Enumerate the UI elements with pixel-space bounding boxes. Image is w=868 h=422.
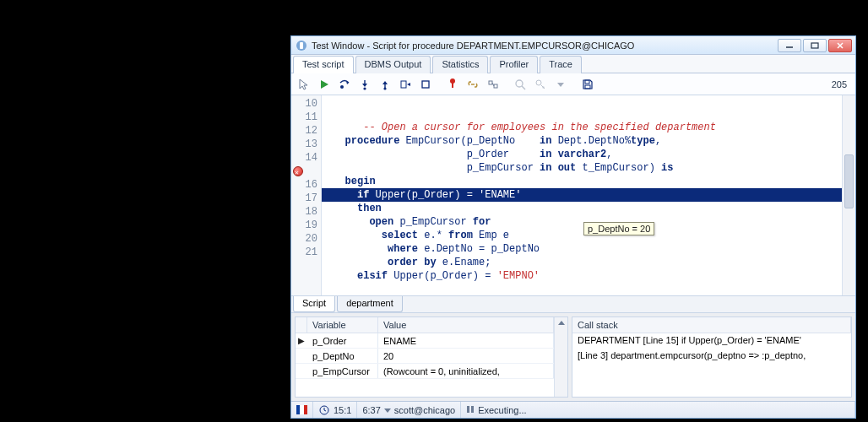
editor-sub-tab-strip: Scriptdepartment — [291, 296, 855, 313]
stop-button[interactable] — [416, 76, 435, 93]
code-line[interactable]: p_Order in varchar2, — [322, 148, 842, 161]
variable-value[interactable]: ENAME — [378, 333, 554, 348]
svg-rect-3 — [811, 43, 818, 48]
toolbar: 205 — [291, 73, 855, 95]
code-line[interactable]: if Upper(p_Order) = 'ENAME' — [322, 188, 842, 202]
sub-tab-department[interactable]: department — [337, 296, 403, 312]
variable-value[interactable]: 20 — [378, 349, 554, 363]
cursor-icon[interactable] — [295, 76, 313, 93]
breakpoint-marker[interactable] — [293, 166, 303, 176]
dropdown-icon[interactable] — [384, 407, 391, 414]
tab-statistics[interactable]: Statistics — [432, 56, 488, 73]
variables-scrollbar[interactable] — [554, 317, 567, 397]
svg-line-21 — [522, 86, 525, 89]
svg-marker-14 — [407, 83, 410, 86]
link-icon[interactable] — [464, 76, 482, 93]
code-line[interactable]: where e.DeptNo = p_DeptNo — [322, 242, 842, 256]
tab-profiler[interactable]: Profiler — [490, 56, 538, 73]
line-gutter[interactable]: 101112131415161718192021 — [291, 95, 322, 295]
status-line-col: 6:37 scott@chicago — [357, 402, 461, 418]
svg-marker-27 — [558, 321, 565, 325]
titlebar: Test Window - Script for procedure DEPAR… — [291, 36, 855, 55]
svg-rect-19 — [494, 84, 497, 88]
variable-row[interactable]: ▶p_OrderENAME — [296, 333, 554, 349]
svg-marker-24 — [557, 83, 564, 87]
variable-name: p_DeptNo — [307, 349, 378, 363]
svg-point-10 — [363, 87, 366, 89]
app-icon — [295, 39, 308, 52]
code-line[interactable]: order by e.Ename; — [322, 256, 842, 269]
svg-marker-29 — [384, 408, 391, 413]
code-body[interactable]: -- Open a cursor for employees in the sp… — [322, 95, 842, 295]
maximize-button[interactable] — [803, 39, 827, 52]
code-editor[interactable]: 101112131415161718192021 -- Open a curso… — [291, 95, 855, 296]
status-flag-icon — [291, 402, 313, 418]
code-line[interactable]: p_EmpCursor in out t_EmpCursor) is — [322, 161, 842, 175]
find-next-icon[interactable] — [531, 76, 550, 93]
code-line[interactable]: open p_EmpCursor for — [322, 215, 842, 229]
variable-row[interactable]: p_EmpCursor(Rowcount = 0, uninitialized, — [296, 364, 554, 379]
code-line[interactable]: select e.* from Emp e — [322, 229, 842, 242]
tab-trace[interactable]: Trace — [540, 56, 582, 73]
code-line[interactable]: procedure EmpCursor(p_DeptNo in Dept.Dep… — [322, 134, 842, 148]
variables-header: Variable Value — [296, 317, 554, 333]
status-running: Executing... — [461, 402, 855, 418]
svg-rect-31 — [471, 406, 474, 413]
window-controls — [778, 39, 852, 52]
call-stack-body[interactable]: DEPARTMENT [Line 15] if Upper(p_Order) =… — [572, 333, 851, 397]
dropdown-icon[interactable] — [551, 76, 570, 93]
call-stack-title: Call stack — [572, 317, 851, 333]
debug-panels: Variable Value ▶p_OrderENAMEp_DeptNo20p_… — [291, 313, 855, 401]
variables-col-value[interactable]: Value — [378, 317, 554, 333]
test-window: Test Window - Script for procedure DEPAR… — [290, 35, 856, 419]
pause-icon — [466, 405, 475, 415]
svg-point-17 — [450, 78, 455, 84]
close-button[interactable] — [828, 39, 852, 52]
svg-point-22 — [536, 80, 541, 85]
variable-value[interactable]: (Rowcount = 0, uninitialized, — [378, 364, 554, 378]
variables-panel: Variable Value ▶p_OrderENAMEp_DeptNo20p_… — [295, 316, 568, 398]
svg-rect-15 — [422, 81, 429, 88]
run-to-cursor-button[interactable] — [396, 76, 415, 93]
variable-name: p_Order — [307, 333, 378, 348]
svg-point-12 — [383, 87, 386, 89]
breakpoint-toggle-button[interactable] — [443, 76, 462, 93]
variables-col-name[interactable]: Variable — [307, 317, 378, 333]
call-stack-row[interactable]: DEPARTMENT [Line 15] if Upper(p_Order) =… — [572, 333, 851, 349]
svg-marker-9 — [362, 84, 367, 87]
call-stack-header: Call stack — [572, 317, 851, 333]
svg-rect-13 — [401, 81, 406, 88]
step-out-button[interactable] — [376, 76, 394, 93]
code-line[interactable]: elsif Upper(p_Order) = 'EMPNO' — [322, 269, 842, 283]
step-into-button[interactable] — [355, 76, 374, 93]
variables-icon[interactable] — [484, 76, 502, 93]
run-button[interactable] — [315, 76, 334, 93]
save-button[interactable] — [578, 76, 597, 93]
svg-point-20 — [516, 80, 523, 87]
svg-rect-30 — [467, 406, 469, 413]
svg-point-8 — [340, 85, 344, 89]
variable-name: p_EmpCursor — [307, 364, 378, 378]
step-over-button[interactable] — [335, 76, 354, 93]
svg-marker-11 — [382, 81, 388, 84]
tab-dbms-output[interactable]: DBMS Output — [355, 56, 431, 73]
call-stack-panel: Call stack DEPARTMENT [Line 15] if Upper… — [572, 316, 852, 398]
call-stack-row[interactable]: [Line 3] department.empcursor(p_deptno =… — [572, 349, 851, 364]
code-line[interactable]: then — [322, 202, 842, 215]
variable-row[interactable]: p_DeptNo20 — [296, 349, 554, 364]
status-connection: scott@chicago — [394, 405, 455, 415]
window-title: Test Window - Script for procedure DEPAR… — [312, 41, 774, 51]
tab-test-script[interactable]: Test script — [293, 56, 354, 73]
code-line[interactable]: -- Open a cursor for employees in the sp… — [322, 121, 842, 134]
find-icon[interactable] — [511, 76, 529, 93]
variables-body[interactable]: ▶p_OrderENAMEp_DeptNo20p_EmpCursor(Rowco… — [296, 333, 554, 397]
editor-scrollbar[interactable] — [842, 95, 855, 295]
code-line[interactable]: begin — [322, 175, 842, 188]
eval-tooltip: p_DeptNo = 20 — [583, 222, 654, 235]
toolbar-line-indicator: 205 — [832, 79, 852, 89]
clock-icon — [318, 404, 330, 416]
status-bar: 15:1 6:37 scott@chicago Executing... — [291, 401, 855, 418]
sub-tab-script[interactable]: Script — [293, 296, 335, 312]
minimize-button[interactable] — [778, 39, 801, 52]
status-cursor-pos: 15:1 — [313, 402, 357, 418]
